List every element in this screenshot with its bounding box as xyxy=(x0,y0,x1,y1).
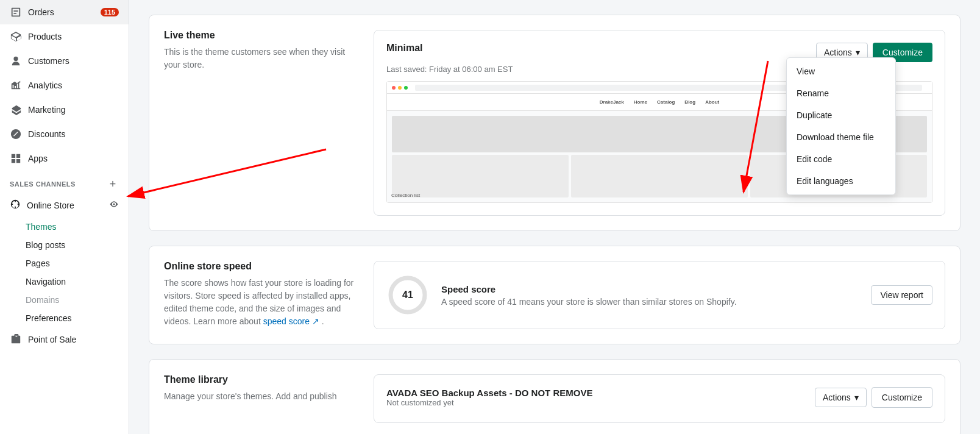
add-sales-channel-button[interactable]: + xyxy=(107,178,119,190)
dropdown-rename[interactable]: Rename xyxy=(787,82,895,104)
sidebar-subitem-domains[interactable]: Domains xyxy=(0,291,129,309)
dropdown-edit-code[interactable]: Edit code xyxy=(787,148,895,170)
discounts-icon xyxy=(10,128,22,140)
external-link-icon: ↗ xyxy=(312,316,319,326)
theme-library-desc: Manage your store's themes. Add and publ… xyxy=(164,390,359,403)
theme-name: Minimal xyxy=(386,43,423,54)
blog-posts-label: Blog posts xyxy=(26,240,65,250)
sidebar-item-analytics[interactable]: Analytics xyxy=(0,73,129,98)
sales-channels-label: SALES CHANNELS xyxy=(10,180,76,188)
mockup-dot-red xyxy=(392,86,396,90)
pos-label: Point of Sale xyxy=(28,335,76,344)
apps-icon xyxy=(10,152,22,165)
sidebar-label-orders: Orders xyxy=(28,7,54,17)
mockup-nav-catalog: Catalog xyxy=(657,99,675,105)
mockup-tile-1 xyxy=(392,155,569,197)
orders-badge: 115 xyxy=(101,8,119,16)
dropdown-duplicate[interactable]: Duplicate xyxy=(787,104,895,126)
library-customize-button[interactable]: Customize xyxy=(872,387,932,408)
sidebar-label-customers: Customers xyxy=(28,56,69,66)
sidebar-label-apps: Apps xyxy=(28,154,48,163)
sidebar-item-customers[interactable]: Customers xyxy=(0,49,129,73)
theme-library-left: Theme library Manage your store's themes… xyxy=(164,374,359,403)
marketing-icon xyxy=(10,104,22,116)
actions-dropdown: View Rename Duplicate Download theme fil… xyxy=(786,57,896,195)
speed-title: Online store speed xyxy=(164,261,359,272)
orders-icon xyxy=(10,6,22,18)
customers-icon xyxy=(10,55,22,67)
library-card-header: AVADA SEO Backup Assets - DO NOT REMOVE … xyxy=(386,387,932,408)
speed-desc: The score shows how fast your store is l… xyxy=(164,277,359,328)
mockup-nav-about: About xyxy=(705,99,719,105)
theme-library-section: Theme library Manage your store's themes… xyxy=(149,359,960,434)
pos-icon xyxy=(10,333,22,346)
speed-gauge: 41 xyxy=(386,274,429,316)
library-actions-label: Actions xyxy=(823,393,851,402)
dropdown-download[interactable]: Download theme file xyxy=(787,126,895,148)
library-actions-button[interactable]: Actions ▾ xyxy=(815,388,867,407)
library-theme-name: AVADA SEO Backup Assets - DO NOT REMOVE xyxy=(386,388,592,398)
sales-channels-section: SALES CHANNELS + xyxy=(0,171,129,193)
dropdown-view[interactable]: View xyxy=(787,60,895,82)
mockup-tile-2 xyxy=(571,155,748,197)
sidebar-label-analytics: Analytics xyxy=(28,80,62,90)
speed-left: Online store speed The score shows how f… xyxy=(164,261,359,328)
library-chevron-down-icon: ▾ xyxy=(854,393,859,402)
sidebar-label-discounts: Discounts xyxy=(28,129,65,139)
chevron-down-icon: ▾ xyxy=(856,48,860,57)
sidebar-subitem-blog-posts[interactable]: Blog posts xyxy=(0,236,129,254)
customize-label: Customize xyxy=(882,48,923,57)
sidebar-subitem-preferences[interactable]: Preferences xyxy=(0,309,129,327)
speed-section: Online store speed The score shows how f… xyxy=(149,246,960,344)
sidebar-label-products: Products xyxy=(28,32,62,41)
sidebar-item-apps[interactable]: Apps xyxy=(0,146,129,171)
sidebar-subitem-themes[interactable]: Themes xyxy=(0,218,129,236)
library-theme-subtext: Not customized yet xyxy=(386,398,592,407)
sidebar: Orders 115 Products Customers Analytics … xyxy=(0,0,129,434)
main-content: Live theme This is the theme customers s… xyxy=(129,0,980,434)
library-card: AVADA SEO Backup Assets - DO NOT REMOVE … xyxy=(374,374,945,423)
collection-label: Collection list xyxy=(391,193,420,198)
analytics-icon xyxy=(10,79,22,91)
live-theme-section: Live theme This is the theme customers s… xyxy=(149,15,960,231)
navigation-label: Navigation xyxy=(26,277,66,286)
theme-library-right: AVADA SEO Backup Assets - DO NOT REMOVE … xyxy=(374,374,945,423)
sidebar-item-marketing[interactable]: Marketing xyxy=(0,98,129,122)
library-theme-info: AVADA SEO Backup Assets - DO NOT REMOVE … xyxy=(386,388,592,407)
online-store-label: Online Store xyxy=(27,201,74,210)
sidebar-item-products[interactable]: Products xyxy=(0,24,129,49)
sidebar-subitem-pages[interactable]: Pages xyxy=(0,254,129,272)
eye-button[interactable] xyxy=(109,199,119,211)
library-customize-label: Customize xyxy=(882,393,922,402)
mockup-store-name: DrakeJack xyxy=(600,99,624,105)
theme-library-row: Theme library Manage your store's themes… xyxy=(149,360,960,434)
sidebar-item-orders[interactable]: Orders 115 xyxy=(0,0,129,24)
speed-right: 41 Speed score A speed score of 41 means… xyxy=(374,261,945,329)
pages-label: Pages xyxy=(26,258,50,268)
sidebar-item-point-of-sale[interactable]: Point of Sale xyxy=(0,327,129,352)
domains-label: Domains xyxy=(26,295,59,305)
mockup-nav-blog: Blog xyxy=(684,99,695,105)
sidebar-subitem-navigation[interactable]: Navigation xyxy=(0,272,129,291)
live-theme-left: Live theme This is the theme customers s… xyxy=(164,30,359,71)
online-store-icon xyxy=(10,199,21,212)
products-icon xyxy=(10,30,22,43)
actions-label: Actions xyxy=(824,48,852,57)
library-theme-buttons: Actions ▾ Customize xyxy=(815,387,932,408)
live-theme-right: Minimal Actions ▾ Customize Last saved: … xyxy=(374,30,945,216)
dropdown-edit-languages[interactable]: Edit languages xyxy=(787,170,895,192)
mockup-dot-yellow xyxy=(398,86,402,90)
theme-card: Minimal Actions ▾ Customize Last saved: … xyxy=(374,30,945,216)
speed-info: Speed score A speed score of 41 means yo… xyxy=(441,284,859,307)
sidebar-label-marketing: Marketing xyxy=(28,105,65,115)
speed-row: Online store speed The score shows how f… xyxy=(149,246,960,344)
speed-score-text: 41 xyxy=(402,290,413,300)
speed-score-title: Speed score xyxy=(441,284,859,294)
theme-library-title: Theme library xyxy=(164,374,359,385)
view-report-button[interactable]: View report xyxy=(871,285,932,305)
speed-score-link[interactable]: speed score ↗ xyxy=(263,316,322,326)
sidebar-item-online-store[interactable]: Online Store xyxy=(0,193,129,218)
themes-label: Themes xyxy=(26,222,57,232)
sidebar-item-discounts[interactable]: Discounts xyxy=(0,122,129,146)
mockup-nav-home: Home xyxy=(634,99,647,105)
